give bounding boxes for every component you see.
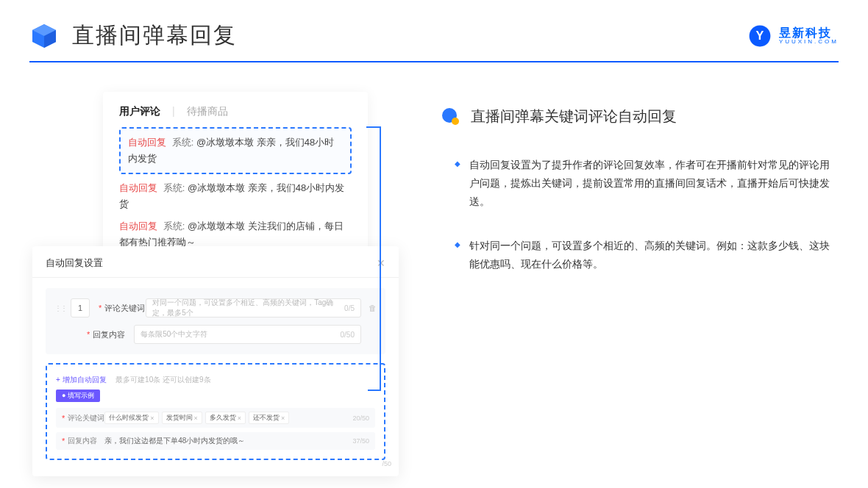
delete-icon[interactable]: 🗑 [369,304,377,312]
section-title: 直播间弹幕关键词评论自动回复 [471,107,677,126]
tab-separator: | [172,105,175,118]
add-auto-reply-link[interactable]: + 增加自动回复 [56,376,107,384]
comment-row-highlighted: 自动回复 系统: @冰墩墩本墩 亲亲，我们48小时内发货 [119,127,352,174]
modal-title: 自动回复设置 [46,256,103,270]
page-title: 直播间弹幕回复 [72,21,237,51]
example-block: + 增加自动回复 最多可建10条 还可以创建9条 ● 填写示例 * 评论关键词 … [46,363,385,460]
tab-pending-goods[interactable]: 待播商品 [187,105,228,118]
drag-handle-icon[interactable]: ⋮⋮ [54,304,66,312]
required-star: * [99,304,102,312]
close-icon[interactable]: ✕ [377,257,385,269]
counter: 20/50 [352,415,369,422]
counter: 0/50 [341,331,355,339]
example-badge: ● 填写示例 [56,390,100,402]
chat-bubble-icon [441,107,460,126]
svg-text:Y: Y [755,29,764,42]
required-star: * [87,330,90,339]
input-placeholder: 对同一个问题，可设置多个相近、高频的关键词，Tag确定，最多5个 [152,298,344,318]
required-star: * [62,414,65,423]
tab-user-comments[interactable]: 用户评论 [119,105,160,118]
form-block: ⋮⋮ 1 * 评论关键词 对同一个问题，可设置多个相近、高频的关键词，Tag确定… [46,288,385,354]
bullet-item: 自动回复设置为了提升作者的评论回复效率，作者可在开播前针对常见的评论用户问题，提… [455,156,839,212]
connector-line [368,390,380,391]
input-placeholder: 每条限50个中文字符 [140,329,207,340]
example-reply-label: 回复内容 [68,436,104,446]
index-box: 1 [71,298,90,317]
keyword-tag[interactable]: 发货时间× [162,412,202,424]
keyword-input[interactable]: 对同一个问题，可设置多个相近、高频的关键词，Tag确定，最多5个 0/5 [146,298,361,317]
counter: 37/50 [352,437,369,445]
example-reply-text: 亲，我们这边都是下单48小时内发货的哦～ [104,436,352,446]
brand-logo: Y 昱新科技 YUUXIN.COM [747,23,839,49]
example-keyword-row: * 评论关键词 什么时候发货× 发货时间× 多久发货× 还不发货× 20/50 [56,408,375,428]
keyword-label: 评论关键词 [104,303,146,314]
brand-name: 昱新科技 [779,27,839,39]
comment-row: 自动回复 系统: @冰墩墩本墩 亲亲，我们48小时内发货 [119,180,352,212]
auto-reply-settings-modal: 自动回复设置 ✕ ⋮⋮ 1 * 评论关键词 对同一个问题，可设置多个相近、高频的… [32,246,399,476]
auto-reply-tag: 自动回复 [119,182,157,193]
svg-point-5 [452,118,459,125]
counter: 0/5 [344,304,355,312]
cube-icon [29,21,59,51]
brand-icon: Y [747,23,773,49]
system-label: 系统: [163,182,185,193]
add-hint: 最多可建10条 还可以创建9条 [115,376,210,384]
auto-reply-tag: 自动回复 [128,137,166,148]
keyword-tag[interactable]: 什么时候发货× [104,412,158,424]
reply-input[interactable]: 每条限50个中文字符 0/50 [134,325,361,344]
connector-line [380,126,381,391]
required-star: * [62,437,65,445]
example-keyword-label: 评论关键词 [68,413,104,423]
bullet-item: 针对同一个问题，可设置多个相近的、高频的关键词。例如：这款多少钱、这块能优惠吗、… [455,237,839,273]
counter: /50 [382,460,391,467]
keyword-tag[interactable]: 多久发货× [205,412,246,424]
brand-url: YUUXIN.COM [779,39,839,45]
keyword-tag[interactable]: 还不发货× [249,412,289,424]
example-reply-row: * 回复内容 亲，我们这边都是下单48小时内发货的哦～ 37/50 [56,432,375,450]
connector-line [366,126,380,128]
auto-reply-tag: 自动回复 [119,220,157,232]
system-label: 系统: [172,137,194,148]
reply-label: 回复内容 [93,329,134,340]
system-label: 系统: [163,220,185,232]
